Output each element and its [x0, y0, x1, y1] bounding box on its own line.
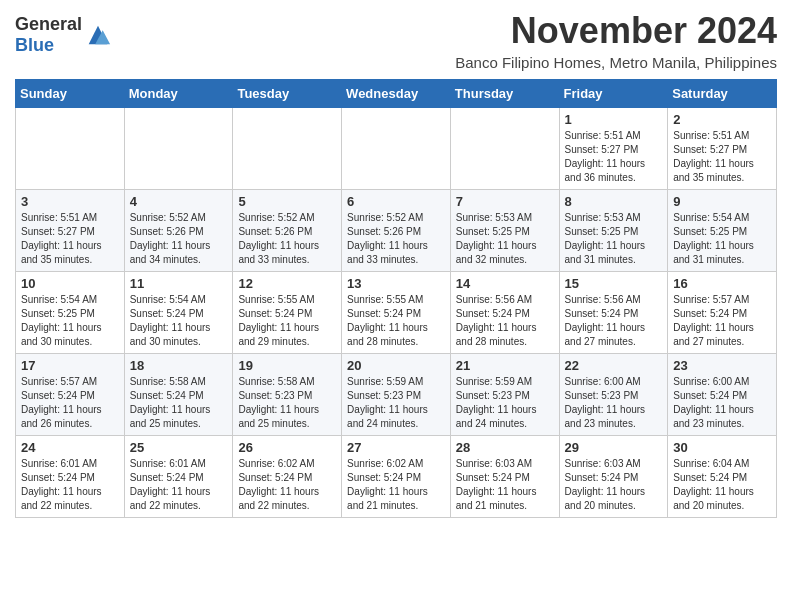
week-row-3: 10Sunrise: 5:54 AM Sunset: 5:25 PM Dayli…: [16, 272, 777, 354]
day-info: Sunrise: 5:54 AM Sunset: 5:25 PM Dayligh…: [673, 211, 771, 267]
calendar-cell: 11Sunrise: 5:54 AM Sunset: 5:24 PM Dayli…: [124, 272, 233, 354]
day-info: Sunrise: 5:53 AM Sunset: 5:25 PM Dayligh…: [565, 211, 663, 267]
weekday-header-tuesday: Tuesday: [233, 80, 342, 108]
day-info: Sunrise: 6:00 AM Sunset: 5:23 PM Dayligh…: [565, 375, 663, 431]
day-info: Sunrise: 5:55 AM Sunset: 5:24 PM Dayligh…: [347, 293, 445, 349]
calendar-cell: 1Sunrise: 5:51 AM Sunset: 5:27 PM Daylig…: [559, 108, 668, 190]
day-info: Sunrise: 6:03 AM Sunset: 5:24 PM Dayligh…: [565, 457, 663, 513]
day-number: 29: [565, 440, 663, 455]
day-number: 8: [565, 194, 663, 209]
logo-text: General Blue: [15, 14, 82, 56]
day-number: 2: [673, 112, 771, 127]
day-info: Sunrise: 5:57 AM Sunset: 5:24 PM Dayligh…: [673, 293, 771, 349]
calendar-cell: 19Sunrise: 5:58 AM Sunset: 5:23 PM Dayli…: [233, 354, 342, 436]
calendar-cell: 20Sunrise: 5:59 AM Sunset: 5:23 PM Dayli…: [342, 354, 451, 436]
calendar-cell: [233, 108, 342, 190]
day-info: Sunrise: 5:54 AM Sunset: 5:24 PM Dayligh…: [130, 293, 228, 349]
calendar-cell: 27Sunrise: 6:02 AM Sunset: 5:24 PM Dayli…: [342, 436, 451, 518]
day-number: 24: [21, 440, 119, 455]
day-number: 1: [565, 112, 663, 127]
calendar-cell: 6Sunrise: 5:52 AM Sunset: 5:26 PM Daylig…: [342, 190, 451, 272]
day-number: 21: [456, 358, 554, 373]
weekday-header-monday: Monday: [124, 80, 233, 108]
calendar-table: SundayMondayTuesdayWednesdayThursdayFrid…: [15, 79, 777, 518]
day-number: 16: [673, 276, 771, 291]
day-info: Sunrise: 5:59 AM Sunset: 5:23 PM Dayligh…: [347, 375, 445, 431]
calendar-cell: 26Sunrise: 6:02 AM Sunset: 5:24 PM Dayli…: [233, 436, 342, 518]
day-info: Sunrise: 5:51 AM Sunset: 5:27 PM Dayligh…: [673, 129, 771, 185]
day-info: Sunrise: 6:01 AM Sunset: 5:24 PM Dayligh…: [21, 457, 119, 513]
calendar-cell: 24Sunrise: 6:01 AM Sunset: 5:24 PM Dayli…: [16, 436, 125, 518]
day-info: Sunrise: 5:51 AM Sunset: 5:27 PM Dayligh…: [21, 211, 119, 267]
calendar-cell: 23Sunrise: 6:00 AM Sunset: 5:24 PM Dayli…: [668, 354, 777, 436]
logo: General Blue: [15, 14, 112, 56]
day-number: 11: [130, 276, 228, 291]
calendar-cell: 30Sunrise: 6:04 AM Sunset: 5:24 PM Dayli…: [668, 436, 777, 518]
calendar-cell: 25Sunrise: 6:01 AM Sunset: 5:24 PM Dayli…: [124, 436, 233, 518]
calendar-cell: 3Sunrise: 5:51 AM Sunset: 5:27 PM Daylig…: [16, 190, 125, 272]
calendar-cell: 8Sunrise: 5:53 AM Sunset: 5:25 PM Daylig…: [559, 190, 668, 272]
weekday-header-saturday: Saturday: [668, 80, 777, 108]
day-info: Sunrise: 6:02 AM Sunset: 5:24 PM Dayligh…: [347, 457, 445, 513]
day-number: 30: [673, 440, 771, 455]
week-row-4: 17Sunrise: 5:57 AM Sunset: 5:24 PM Dayli…: [16, 354, 777, 436]
day-number: 9: [673, 194, 771, 209]
day-info: Sunrise: 5:59 AM Sunset: 5:23 PM Dayligh…: [456, 375, 554, 431]
logo-icon: [84, 21, 112, 49]
logo-blue: Blue: [15, 35, 54, 55]
calendar-cell: 29Sunrise: 6:03 AM Sunset: 5:24 PM Dayli…: [559, 436, 668, 518]
calendar-cell: 21Sunrise: 5:59 AM Sunset: 5:23 PM Dayli…: [450, 354, 559, 436]
day-number: 28: [456, 440, 554, 455]
calendar-cell: 18Sunrise: 5:58 AM Sunset: 5:24 PM Dayli…: [124, 354, 233, 436]
day-info: Sunrise: 5:53 AM Sunset: 5:25 PM Dayligh…: [456, 211, 554, 267]
day-number: 17: [21, 358, 119, 373]
day-info: Sunrise: 5:55 AM Sunset: 5:24 PM Dayligh…: [238, 293, 336, 349]
calendar-body: 1Sunrise: 5:51 AM Sunset: 5:27 PM Daylig…: [16, 108, 777, 518]
day-number: 10: [21, 276, 119, 291]
day-info: Sunrise: 5:51 AM Sunset: 5:27 PM Dayligh…: [565, 129, 663, 185]
day-number: 6: [347, 194, 445, 209]
weekday-header-friday: Friday: [559, 80, 668, 108]
day-number: 19: [238, 358, 336, 373]
calendar-cell: 15Sunrise: 5:56 AM Sunset: 5:24 PM Dayli…: [559, 272, 668, 354]
day-info: Sunrise: 6:01 AM Sunset: 5:24 PM Dayligh…: [130, 457, 228, 513]
calendar-cell: 14Sunrise: 5:56 AM Sunset: 5:24 PM Dayli…: [450, 272, 559, 354]
calendar-cell: [342, 108, 451, 190]
calendar-cell: 10Sunrise: 5:54 AM Sunset: 5:25 PM Dayli…: [16, 272, 125, 354]
logo-general: General: [15, 14, 82, 34]
weekday-header-thursday: Thursday: [450, 80, 559, 108]
calendar-cell: 7Sunrise: 5:53 AM Sunset: 5:25 PM Daylig…: [450, 190, 559, 272]
day-number: 23: [673, 358, 771, 373]
day-number: 4: [130, 194, 228, 209]
day-info: Sunrise: 6:00 AM Sunset: 5:24 PM Dayligh…: [673, 375, 771, 431]
day-number: 15: [565, 276, 663, 291]
day-number: 27: [347, 440, 445, 455]
week-row-2: 3Sunrise: 5:51 AM Sunset: 5:27 PM Daylig…: [16, 190, 777, 272]
day-number: 3: [21, 194, 119, 209]
calendar-cell: 4Sunrise: 5:52 AM Sunset: 5:26 PM Daylig…: [124, 190, 233, 272]
header: General Blue November 2024 Banco Filipin…: [15, 10, 777, 71]
day-number: 12: [238, 276, 336, 291]
weekday-header-wednesday: Wednesday: [342, 80, 451, 108]
calendar-cell: 5Sunrise: 5:52 AM Sunset: 5:26 PM Daylig…: [233, 190, 342, 272]
weekday-header-row: SundayMondayTuesdayWednesdayThursdayFrid…: [16, 80, 777, 108]
weekday-header-sunday: Sunday: [16, 80, 125, 108]
subtitle: Banco Filipino Homes, Metro Manila, Phil…: [455, 54, 777, 71]
calendar-header: SundayMondayTuesdayWednesdayThursdayFrid…: [16, 80, 777, 108]
day-info: Sunrise: 5:52 AM Sunset: 5:26 PM Dayligh…: [130, 211, 228, 267]
calendar-cell: 2Sunrise: 5:51 AM Sunset: 5:27 PM Daylig…: [668, 108, 777, 190]
calendar-cell: 12Sunrise: 5:55 AM Sunset: 5:24 PM Dayli…: [233, 272, 342, 354]
day-info: Sunrise: 5:52 AM Sunset: 5:26 PM Dayligh…: [347, 211, 445, 267]
day-info: Sunrise: 5:57 AM Sunset: 5:24 PM Dayligh…: [21, 375, 119, 431]
day-number: 22: [565, 358, 663, 373]
day-number: 14: [456, 276, 554, 291]
calendar-cell: 13Sunrise: 5:55 AM Sunset: 5:24 PM Dayli…: [342, 272, 451, 354]
day-number: 25: [130, 440, 228, 455]
calendar-cell: 9Sunrise: 5:54 AM Sunset: 5:25 PM Daylig…: [668, 190, 777, 272]
day-number: 5: [238, 194, 336, 209]
day-info: Sunrise: 5:58 AM Sunset: 5:24 PM Dayligh…: [130, 375, 228, 431]
week-row-5: 24Sunrise: 6:01 AM Sunset: 5:24 PM Dayli…: [16, 436, 777, 518]
calendar-cell: 22Sunrise: 6:00 AM Sunset: 5:23 PM Dayli…: [559, 354, 668, 436]
day-number: 26: [238, 440, 336, 455]
title-area: November 2024 Banco Filipino Homes, Metr…: [455, 10, 777, 71]
